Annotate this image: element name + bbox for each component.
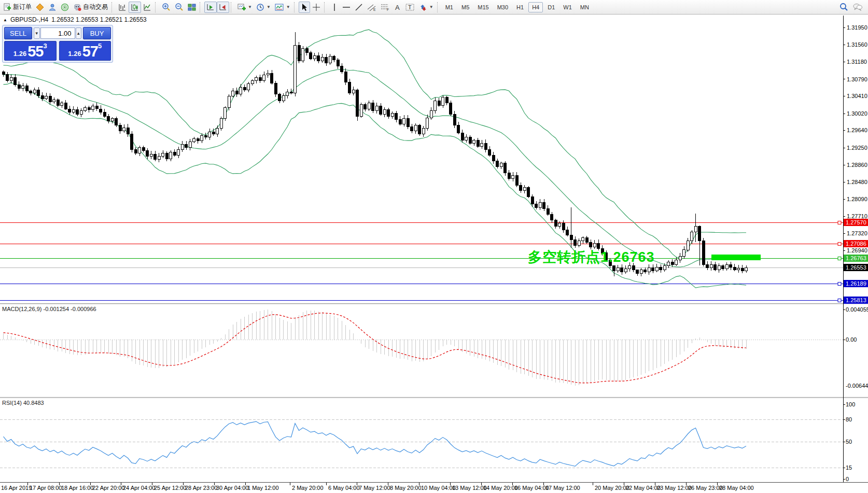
chart-title: ▲ GBPUSD-,H4 1.26532 1.26553 1.26521 1.2… [3,16,147,23]
signals-button[interactable] [59,2,71,13]
sell-price-pip: 3 [43,43,47,49]
one-click-trading-panel: SELL ▼ ▲ BUY 1.26 55 3 1.26 57 5 [2,25,113,63]
timeframe-group: M1M5M15M30H1H4D1W1MN [442,2,593,12]
toolbar-separator [111,2,115,12]
time-tick-label: 25 Apr 12:00 [154,485,186,491]
price-level-label-text: 1.26553 [846,264,866,271]
period-clock-button[interactable]: ▼ [254,2,273,13]
time-tick-label: 10 May 04:00 [421,485,456,491]
new-order-label: 新订单 [13,3,32,11]
chart-shift-button[interactable] [217,2,229,13]
chart-shift-icon [219,3,227,11]
vertical-line-icon [332,3,337,11]
horizontal-line-tool-button[interactable] [340,2,353,13]
timeframe-button-m5[interactable]: M5 [458,2,473,12]
time-tick-label: 23 May 12:00 [657,485,692,491]
time-tick-label: 17 May 12:00 [545,485,580,491]
line-anchor [838,283,841,286]
volume-input[interactable] [40,27,75,39]
rsi-axis[interactable]: 1008050150 [843,401,855,482]
dropdown-caret-icon: ▼ [429,5,433,9]
symbol-period-label: GBPUSD-,H4 [10,16,48,23]
text-label-tool-button[interactable]: T [403,2,417,13]
svg-text:E: E [373,8,376,11]
line-anchor [838,299,841,302]
search-icon[interactable] [839,3,848,12]
chart-annotation-text[interactable]: 多空转折点1.26763 [528,248,655,266]
tile-windows-button[interactable] [186,2,198,13]
new-order-icon [3,3,11,11]
line-anchor [838,257,841,260]
time-tick-label: 8 May 20:00 [390,485,422,491]
time-tick-label: 6 May 04:00 [328,485,360,491]
timeframe-button-mn[interactable]: MN [577,2,593,12]
new-chart-button[interactable]: ▼ [235,2,254,13]
sell-price-prefix: 1.26 [13,49,26,59]
new-order-button[interactable]: 新订单 [1,2,34,13]
macd-signal-line [4,313,747,383]
sell-button[interactable]: SELL [4,27,32,39]
vertical-line-tool-button[interactable] [329,2,340,13]
cursor-tool-button[interactable] [299,2,310,13]
fibonacci-icon: F [381,3,390,11]
timeframe-button-d1[interactable]: D1 [544,2,558,12]
line-chart-button[interactable] [141,2,153,13]
buy-price-big: 57 [82,44,98,59]
price-tick-label: 1.27710 [847,213,867,219]
fibonacci-tool-button[interactable]: F [379,2,392,13]
auto-scroll-button[interactable] [204,2,217,13]
indicators-button[interactable]: ▼ [273,2,292,13]
autotrading-button[interactable]: 自动交易 [71,2,110,13]
svg-text:A: A [395,4,400,11]
price-level-label-text: 1.26763 [846,255,866,261]
auto-scroll-icon [206,3,215,11]
time-tick-label: 30 Apr 04:00 [216,485,248,491]
zoom-out-button[interactable] [173,2,186,13]
mt4-window: 1.319501.315601.311801.307901.304101.300… [0,0,868,493]
community-button[interactable] [46,2,59,13]
price-tick-label: 1.30410 [847,93,867,99]
zoom-in-button[interactable] [160,2,173,13]
chat-icon[interactable] [852,3,863,12]
price-tick-label: 1.31560 [847,41,867,48]
bar-chart-button[interactable] [116,2,129,13]
time-tick-label: 22 Apr 20:00 [92,485,124,491]
clock-icon [256,3,264,11]
price-level-label-text: 1.27086 [846,241,866,247]
text-tool-button[interactable]: A [392,2,403,13]
svg-text:F: F [387,8,389,11]
highlight-button[interactable] [34,2,46,13]
channel-tool-button[interactable]: E [365,2,379,13]
volume-decrease-button[interactable]: ▼ [34,27,40,39]
macd-axis[interactable]: 0.0040550.00-0.006442 [843,306,868,389]
horizontal-level-lines[interactable] [0,221,843,302]
price-tick-label: 1.27320 [847,230,867,236]
indicators-icon [275,3,284,11]
timeframe-button-h4[interactable]: H4 [528,2,543,12]
signals-icon [61,3,69,11]
buy-price-display[interactable]: 1.26 57 5 [59,41,111,61]
timeframe-button-w1[interactable]: W1 [559,2,576,12]
collapse-triangle-icon[interactable]: ▲ [3,18,7,22]
arrows-tool-button[interactable]: ▼ [417,2,436,13]
time-tick-label: 14 May 20:00 [483,485,518,491]
highlight-rectangle[interactable] [711,255,761,260]
timeframe-button-m1[interactable]: M1 [442,2,457,12]
sell-price-display[interactable]: 1.26 55 3 [4,41,57,61]
timeframe-button-m15[interactable]: M15 [474,2,492,12]
price-tick-label: 1.29640 [847,127,867,133]
chart-canvas[interactable]: 1.319501.315601.311801.307901.304101.300… [0,0,868,493]
time-axis[interactable]: 16 Apr 201917 Apr 08:0018 Apr 16:0022 Ap… [1,483,754,491]
price-axis[interactable]: 1.319501.315601.311801.307901.304101.300… [843,24,868,304]
zoom-in-icon [162,3,171,11]
tile-windows-icon [188,3,196,11]
crosshair-tool-button[interactable] [310,2,323,13]
volume-increase-button[interactable]: ▲ [76,27,82,39]
trendline-tool-button[interactable] [353,2,365,13]
buy-button[interactable]: BUY [83,27,111,39]
price-tick-label: 1.26940 [847,247,867,253]
timeframe-button-m30[interactable]: M30 [494,2,512,12]
timeframe-button-h1[interactable]: H1 [513,2,527,12]
buy-price-pip: 5 [98,43,102,49]
candlestick-chart-button[interactable] [129,2,141,13]
